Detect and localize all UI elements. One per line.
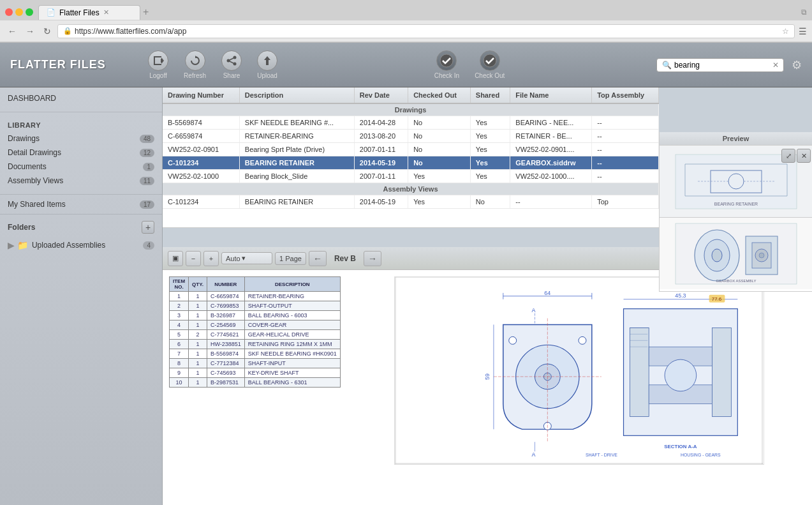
search-input[interactable] xyxy=(674,61,770,70)
upload-button[interactable]: Upload xyxy=(252,48,283,82)
svg-text:HOUSING - GEARS: HOUSING - GEARS xyxy=(681,453,721,457)
svg-text:45.3: 45.3 xyxy=(675,292,686,299)
sidebar: DASHBOARD LIBRARY Drawings 48 Detail Dra… xyxy=(0,87,163,505)
library-section: LIBRARY Drawings 48 Detail Drawings 12 D… xyxy=(0,115,162,192)
share-icon xyxy=(221,50,242,71)
minimize-dot[interactable] xyxy=(15,8,23,16)
tab-title: Flatter Files xyxy=(59,8,100,17)
folders-header: Folders + xyxy=(0,217,162,237)
zoom-select[interactable]: Auto ▾ xyxy=(221,252,272,264)
window-restore-icon[interactable]: ⧉ xyxy=(801,8,807,17)
bookmark-icon[interactable]: ☆ xyxy=(782,27,789,36)
col-file-name: File Name xyxy=(510,87,592,103)
table-row[interactable]: C-6659874 RETAINER-BEARING 2013-08-20 No… xyxy=(163,130,659,143)
window-controls xyxy=(5,8,33,16)
section-assembly-views: Assembly Views xyxy=(163,183,659,195)
library-label: LIBRARY xyxy=(0,119,162,132)
svg-point-31 xyxy=(759,253,764,258)
sidebar-item-assembly-views[interactable]: Assembly Views 11 xyxy=(0,174,162,188)
bom-row: 9 1 C-745693 KEY-DRIVE SHAFT xyxy=(170,368,341,378)
sidebar-item-drawings[interactable]: Drawings 48 xyxy=(0,132,162,146)
app: FLATTER FILES Logoff Refresh Share Uploa… xyxy=(0,43,812,505)
col-top-assembly: Top Assembly xyxy=(592,87,659,103)
technical-drawing: 64 A xyxy=(353,276,806,465)
table-row[interactable]: C-101234 BEARING RETAINER 2014-05-19 Yes… xyxy=(163,195,659,209)
bom-row: 4 1 C-254569 COVER-GEAR xyxy=(170,320,341,330)
panel-toggle-button[interactable]: ▣ xyxy=(168,251,183,266)
table-row[interactable]: B-5569874 SKF NEEDLE BEARING #... 2014-0… xyxy=(163,116,659,130)
data-table-area: Drawing Number Description Rev Date Chec… xyxy=(163,87,659,228)
preview-panel: Preview xyxy=(659,132,812,292)
checkin-label: Check In xyxy=(434,72,459,79)
forward-button[interactable]: → xyxy=(23,25,37,38)
bom-table-area: ITEMNO. QTY. NUMBER DESCRIPTION 1 1 C-66… xyxy=(169,276,341,388)
preview-close-button[interactable]: ✕ xyxy=(797,149,811,163)
table-row[interactable]: VW252-02-1000 Bearing Block_Slide 2007-0… xyxy=(163,170,659,183)
svg-text:BEARING RETAINER: BEARING RETAINER xyxy=(714,202,757,206)
section-drawings: Drawings xyxy=(163,103,659,116)
close-dot[interactable] xyxy=(5,8,13,16)
url-bar[interactable]: 🔒 https://www.flatterfiles.com/a/app ☆ xyxy=(57,24,795,38)
bom-row: 7 1 B-5569874 SKF NEEDLE BEARING #HK0901 xyxy=(170,349,341,359)
sidebar-item-dashboard[interactable]: DASHBOARD xyxy=(0,91,162,105)
svg-point-46 xyxy=(509,336,517,344)
svg-text:64: 64 xyxy=(545,290,551,296)
browser-tab[interactable]: 📄 Flatter Files ✕ xyxy=(38,5,140,20)
svg-text:SECTION A-A: SECTION A-A xyxy=(665,444,698,449)
tab-favicon: 📄 xyxy=(47,8,55,17)
bom-table: ITEMNO. QTY. NUMBER DESCRIPTION 1 1 C-66… xyxy=(169,276,341,388)
app-title: FLATTER FILES xyxy=(10,58,125,72)
sidebar-item-documents[interactable]: Documents 1 xyxy=(0,160,162,174)
zoom-in-button[interactable]: + xyxy=(203,251,219,266)
svg-text:A: A xyxy=(532,451,536,458)
table-row[interactable]: VW252-02-0901 Bearing Sprt Plate (Drive)… xyxy=(163,143,659,156)
svg-line-10 xyxy=(228,61,235,64)
checkout-icon xyxy=(480,50,500,71)
back-button[interactable]: ← xyxy=(5,25,19,38)
bom-row: 5 2 C-7745621 GEAR-HELICAL DRIVE xyxy=(170,330,341,340)
logoff-label: Logoff xyxy=(149,72,167,79)
bom-row: 1 1 C-6659874 RETAINER-BEARING xyxy=(170,292,341,301)
sidebar-item-detail-drawings[interactable]: Detail Drawings 12 xyxy=(0,146,162,160)
col-drawing-number: Drawing Number xyxy=(163,87,239,103)
upload-label: Upload xyxy=(257,72,277,79)
new-tab-button[interactable]: + xyxy=(143,6,149,18)
checkout-button[interactable]: Check Out xyxy=(469,48,510,82)
svg-rect-54 xyxy=(630,328,649,416)
bom-col-number: NUMBER xyxy=(207,277,244,292)
reload-button[interactable]: ↻ xyxy=(41,25,54,38)
bom-row: 6 1 HW-238851 RETAINING RING 12MM X 1MM xyxy=(170,340,341,349)
folder-item-uploaded-assemblies[interactable]: ▶ 📁 Uploaded Assemblies 4 xyxy=(0,237,162,253)
svg-rect-2 xyxy=(154,56,155,65)
next-page-button[interactable]: → xyxy=(364,251,381,266)
add-folder-button[interactable]: + xyxy=(142,221,154,234)
zoom-out-button[interactable]: − xyxy=(186,251,201,266)
bom-row: 10 1 B-2987531 BALL BEARING - 6301 xyxy=(170,378,341,388)
logoff-button[interactable]: Logoff xyxy=(143,48,173,82)
settings-button[interactable]: ⚙ xyxy=(792,58,802,72)
sidebar-item-shared[interactable]: My Shared Items 17 xyxy=(0,197,162,211)
preview-expand-button[interactable]: ⤢ xyxy=(781,149,795,163)
main-content: DASHBOARD LIBRARY Drawings 48 Detail Dra… xyxy=(0,87,812,505)
ssl-icon: 🔒 xyxy=(63,27,72,35)
bom-col-item: ITEMNO. xyxy=(170,277,189,292)
search-clear-icon[interactable]: ✕ xyxy=(772,61,779,70)
svg-point-27 xyxy=(712,249,722,262)
checkin-button[interactable]: Check In xyxy=(429,48,464,82)
share-button[interactable]: Share xyxy=(216,48,247,82)
maximize-dot[interactable] xyxy=(26,8,33,16)
checkin-icon xyxy=(436,50,457,71)
folder-icon: ▶ 📁 xyxy=(8,240,28,250)
search-icon: 🔍 xyxy=(662,61,672,70)
tab-bar: 📄 Flatter Files ✕ + ⧉ xyxy=(0,0,812,20)
svg-point-47 xyxy=(579,336,586,344)
svg-marker-4 xyxy=(161,57,164,64)
refresh-button[interactable]: Refresh xyxy=(179,48,211,82)
browser-chrome: 📄 Flatter Files ✕ + ⧉ ← → ↻ 🔒 https://ww… xyxy=(0,0,812,43)
logoff-icon xyxy=(148,50,168,71)
browser-menu-icon[interactable]: ☰ xyxy=(799,26,807,36)
divider-2 xyxy=(0,194,162,195)
table-row-selected[interactable]: C-101234 BEARING RETAINER 2014-05-19 No … xyxy=(163,156,659,170)
prev-page-button[interactable]: ← xyxy=(309,251,327,266)
tab-close-button[interactable]: ✕ xyxy=(103,8,109,17)
